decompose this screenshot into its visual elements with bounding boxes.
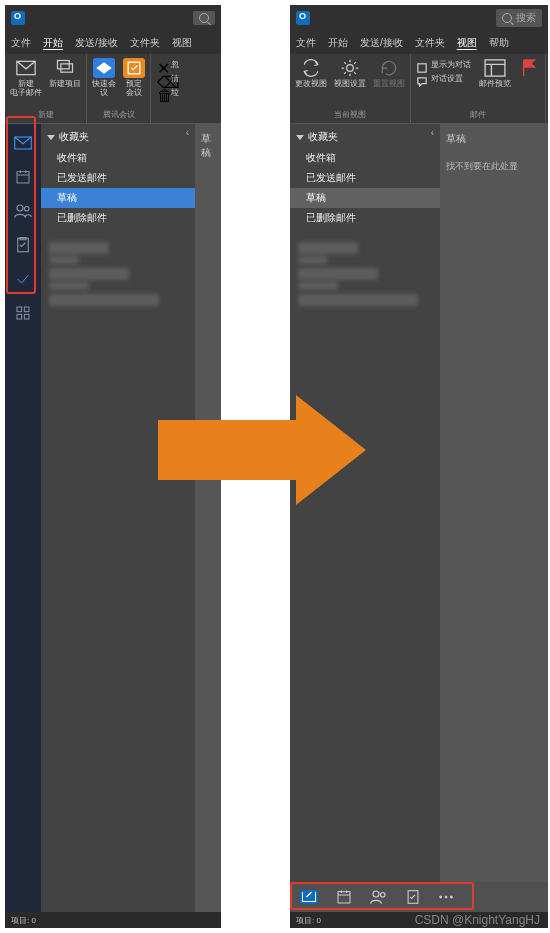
mail-preview-button[interactable]: 邮件预览 xyxy=(477,56,513,91)
vertical-nav-bar xyxy=(5,124,41,912)
group-label-new: 新建 xyxy=(38,109,54,121)
favorites-header[interactable]: 收藏夹 xyxy=(290,124,440,148)
overflow-1[interactable]: ✕忽 xyxy=(154,58,182,71)
tab-view[interactable]: 视图 xyxy=(451,32,483,54)
tab-folder[interactable]: 文件夹 xyxy=(124,32,166,54)
mail-icon xyxy=(16,60,36,76)
tab-file[interactable]: 文件 xyxy=(290,32,322,54)
search-box[interactable]: 搜索 xyxy=(496,9,542,27)
tab-folder[interactable]: 文件夹 xyxy=(409,32,451,54)
group-label-messages: 邮件 xyxy=(470,109,486,121)
account-3[interactable] xyxy=(45,294,191,312)
show-as-conversation[interactable]: 显示为对话 xyxy=(414,58,474,71)
folder-drafts[interactable]: 草稿 xyxy=(41,188,195,208)
message-pane: 草稿 xyxy=(195,124,221,912)
folder-inbox[interactable]: 收件箱 xyxy=(41,148,195,168)
favorites-header[interactable]: 收藏夹 xyxy=(41,124,195,148)
folder-pane: ‹ 收藏夹 收件箱 已发送邮件 草稿 已删除邮件 xyxy=(41,124,195,912)
folder-deleted[interactable]: 已删除邮件 xyxy=(41,208,195,228)
nav-tasks[interactable] xyxy=(406,888,420,906)
view-settings-label: 视图设置 xyxy=(334,80,366,89)
view-settings-button[interactable]: 视图设置 xyxy=(332,56,368,91)
overflow-2[interactable]: ⌫清 xyxy=(154,72,182,85)
tab-send-receive[interactable]: 发送/接收 xyxy=(354,32,409,54)
svg-point-22 xyxy=(450,896,452,898)
folder-inbox[interactable]: 收件箱 xyxy=(290,148,440,168)
svg-rect-16 xyxy=(338,892,350,903)
account-1[interactable] xyxy=(45,242,191,260)
folder-sent[interactable]: 已发送邮件 xyxy=(41,168,195,188)
folder-sent[interactable]: 已发送邮件 xyxy=(290,168,440,188)
new-items-label: 新建项目 xyxy=(49,80,81,89)
folder-deleted[interactable]: 已删除邮件 xyxy=(290,208,440,228)
nav-mail[interactable] xyxy=(300,890,318,904)
account-3[interactable] xyxy=(294,294,436,312)
quick-meeting-label: 快速会 议 xyxy=(92,80,116,98)
tab-help[interactable]: 帮助 xyxy=(483,32,515,54)
search-placeholder: 搜索 xyxy=(516,11,536,25)
conv-settings-label: 对话设置 xyxy=(431,73,463,84)
quick-meeting-icon xyxy=(93,58,115,78)
search-box[interactable] xyxy=(193,11,215,25)
svg-rect-12 xyxy=(24,314,29,319)
collapse-button[interactable]: ‹ xyxy=(186,127,189,138)
ribbon-tabs: 文件 开始 发送/接收 文件夹 视图 xyxy=(5,30,221,54)
reset-view-button: 重置视图 xyxy=(371,56,407,91)
tab-file[interactable]: 文件 xyxy=(5,32,37,54)
tab-home[interactable]: 开始 xyxy=(322,32,354,54)
broom-icon: ⌫ xyxy=(157,73,168,84)
group-label-tencent: 腾讯会议 xyxy=(103,109,135,121)
bottom-nav-bar xyxy=(290,882,548,912)
tab-view[interactable]: 视图 xyxy=(166,32,198,54)
svg-rect-15 xyxy=(485,60,505,76)
schedule-meeting-button[interactable]: 预定 会议 xyxy=(121,56,147,100)
title-bar: 搜索 xyxy=(290,5,548,30)
people-icon xyxy=(370,889,388,905)
flag-button[interactable] xyxy=(516,56,542,80)
tab-send-receive[interactable]: 发送/接收 xyxy=(69,32,124,54)
favorites-label: 收藏夹 xyxy=(59,130,89,144)
svg-point-18 xyxy=(381,893,386,898)
svg-rect-9 xyxy=(17,307,22,312)
gear-icon xyxy=(340,58,360,78)
reset-view-label: 重置视图 xyxy=(373,80,405,89)
change-view-button[interactable]: 更改视图 xyxy=(293,56,329,91)
overflow-2-label: 清 xyxy=(171,73,179,84)
grid-icon xyxy=(15,305,31,321)
tab-home[interactable]: 开始 xyxy=(37,32,69,54)
nav-calendar[interactable] xyxy=(336,889,352,905)
items-icon xyxy=(55,58,75,78)
show-conversation-label: 显示为对话 xyxy=(431,59,471,70)
svg-point-7 xyxy=(25,207,30,212)
status-text: 项目: 0 xyxy=(296,915,321,926)
nav-people[interactable] xyxy=(14,202,32,220)
account-2[interactable] xyxy=(294,268,436,286)
group-label-currentview: 当前视图 xyxy=(334,109,366,121)
account-1[interactable] xyxy=(294,242,436,260)
account-2[interactable] xyxy=(45,268,191,286)
collapse-button[interactable]: ‹ xyxy=(431,127,434,138)
tasks-icon xyxy=(406,888,420,906)
nav-more[interactable] xyxy=(438,894,454,900)
conversation-settings[interactable]: 对话设置 xyxy=(414,72,474,85)
message-pane: 草稿 找不到要在此处显 xyxy=(440,124,548,882)
ribbon-group-tencent: 快速会 议 预定 会议 腾讯会议 xyxy=(87,54,151,123)
nav-tasks[interactable] xyxy=(14,236,32,254)
nav-people[interactable] xyxy=(370,889,388,905)
svg-rect-11 xyxy=(17,314,22,319)
quick-meeting-button[interactable]: 快速会 议 xyxy=(90,56,118,100)
ribbon-overflow: ✕忽 ⌫清 🗑垃 xyxy=(151,54,185,123)
nav-calendar[interactable] xyxy=(14,168,32,186)
nav-todo[interactable] xyxy=(14,270,32,288)
nav-mail[interactable] xyxy=(14,134,32,152)
ellipsis-icon xyxy=(438,894,454,900)
new-items-button[interactable]: 新建项目 xyxy=(47,56,83,91)
search-icon xyxy=(502,13,512,23)
new-email-button[interactable]: 新建 电子邮件 xyxy=(8,56,44,100)
svg-rect-2 xyxy=(61,64,73,72)
status-bar: 项目: 0 xyxy=(5,912,221,928)
overflow-1-label: 忽 xyxy=(171,59,179,70)
overflow-3[interactable]: 🗑垃 xyxy=(154,86,182,99)
folder-drafts[interactable]: 草稿 xyxy=(290,188,440,208)
nav-more[interactable] xyxy=(14,304,32,322)
